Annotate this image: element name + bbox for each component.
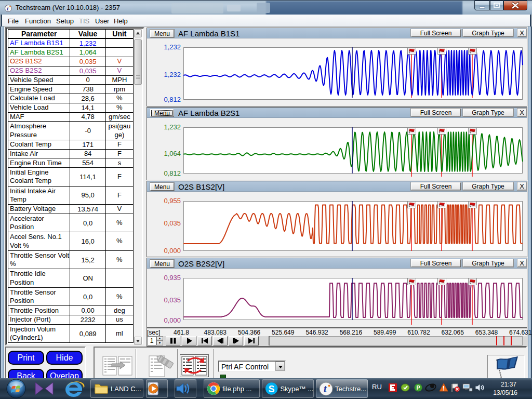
svg-text:P: P: [417, 384, 420, 391]
svg-text:S: S: [269, 384, 275, 394]
